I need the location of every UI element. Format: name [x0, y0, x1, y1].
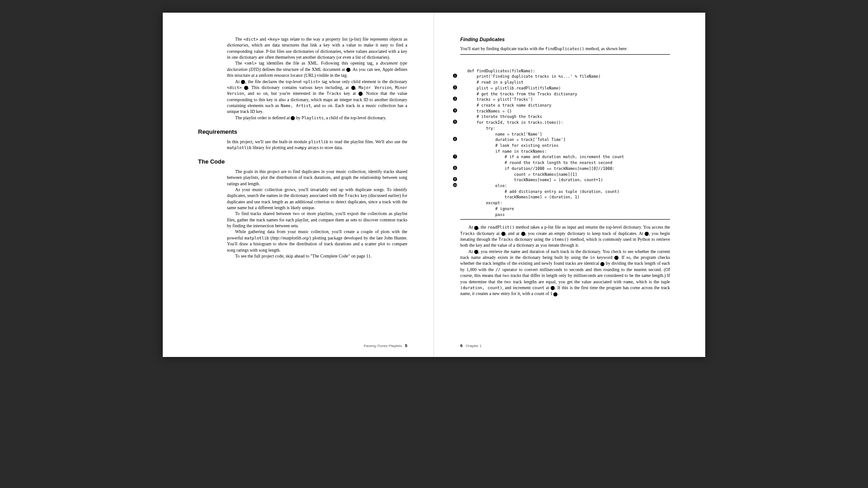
- page-right: Finding Duplicates You'll start by findi…: [434, 13, 705, 357]
- paragraph: At 1, the readPlist() method takes a p-l…: [460, 224, 670, 248]
- paragraph: At 2, the file declares the top-level <p…: [227, 79, 407, 115]
- heading-code: The Code: [198, 158, 407, 166]
- paragraph: As your music collection grows, you'll i…: [227, 187, 407, 211]
- paragraph: In this project, we'll use the built-in …: [227, 139, 407, 151]
- paragraph: The <dict> and <key> tags relate to the …: [227, 36, 407, 60]
- paragraph: The <xml> tag identifies the file as XML…: [227, 60, 407, 78]
- paragraph: You'll start by finding duplicate tracks…: [460, 46, 670, 52]
- paragraph: To find tracks shared between two or mor…: [227, 211, 407, 229]
- paragraph: At 5, you retrieve the name and duration…: [460, 249, 670, 297]
- paragraph: The goals in this project are to find du…: [227, 169, 407, 187]
- page-left: The <dict> and <key> tags relate to the …: [163, 13, 434, 357]
- code-listing: 12345678910 def findDuplicates(fileName)…: [460, 54, 670, 220]
- book-spread: The <dict> and <key> tags relate to the …: [163, 13, 705, 357]
- paragraph: The playlist order is defined at 6 by Pl…: [227, 115, 407, 121]
- page-footer: Parsing iTunes Playlists 5: [363, 343, 407, 349]
- heading-requirements: Requirements: [198, 128, 407, 136]
- paragraph: While gathering data from your music col…: [227, 229, 407, 253]
- heading-finding-duplicates: Finding Duplicates: [460, 36, 670, 43]
- page-footer: 6 Chapter 1: [460, 343, 481, 349]
- paragraph: To see the full project code, skip ahead…: [227, 253, 407, 259]
